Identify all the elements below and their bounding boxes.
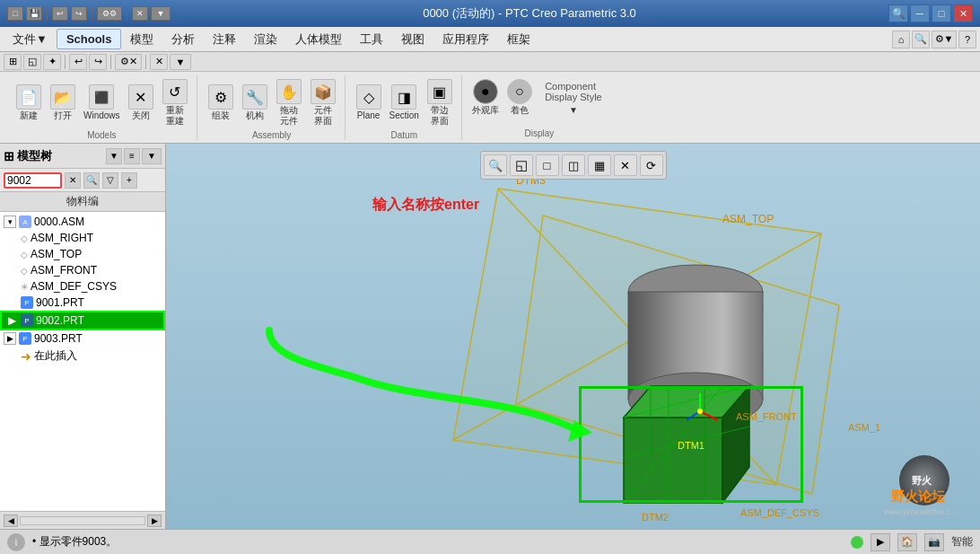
right-toolbar-icon-2[interactable]: 🔍	[912, 31, 930, 48]
menu-analysis[interactable]: 分析	[162, 29, 204, 50]
scroll-track[interactable]	[20, 516, 145, 525]
tree-item-top[interactable]: ◇ ASM_TOP	[0, 246, 165, 262]
tb-shading-button[interactable]: ○ 着色	[503, 77, 536, 118]
toolbar-icon-6[interactable]: ✕	[132, 6, 148, 21]
stb-btn-2[interactable]: ◱	[23, 54, 41, 70]
tb-drag-button[interactable]: ✋ 拖动元件	[273, 77, 305, 128]
status-text: • 显示零件9003。	[32, 534, 117, 550]
tb-close-button[interactable]: ✕ 关闭	[125, 83, 157, 123]
tb-mechanism-button[interactable]: 🔧 机构	[239, 83, 271, 123]
close-label: 关闭	[132, 110, 150, 121]
tree-item-front[interactable]: ◇ ASM_FRONT	[0, 262, 165, 278]
model-tree-header: ⊞ 模型树 ▼ ≡ ▼	[0, 144, 165, 169]
vp-wireframe-button[interactable]: ◫	[562, 154, 585, 176]
tree-item-9001[interactable]: P 9001.PRT	[0, 295, 165, 311]
tree-scroll-bar: ◀ ▶	[0, 511, 165, 529]
insert-label: 在此插入	[34, 348, 77, 364]
tree-content[interactable]: ▾ A 0000.ASM ◇ ASM_RIGHT ◇ ASM_TOP ◇ ASM…	[0, 212, 165, 511]
right-toolbar-icon-3[interactable]: ⚙▼	[932, 31, 957, 48]
model-icon-button[interactable]: 🏠	[897, 533, 917, 551]
tb-assemble-button[interactable]: ⚙ 组装	[205, 83, 237, 123]
prt9002-toggle[interactable]: ▶	[5, 314, 18, 327]
tb-edge-button[interactable]: ▣ 带边界面	[424, 77, 456, 128]
close-button[interactable]: ✕	[953, 4, 973, 22]
svg-point-29	[697, 409, 703, 414]
datum-plane-icon-top: ◇	[21, 250, 28, 259]
scroll-right[interactable]: ▶	[147, 514, 162, 527]
left-panel: ⊞ 模型树 ▼ ≡ ▼ ✕ 🔍 ▽ + 物料编 ▾ A 0000	[0, 144, 166, 529]
stb-btn-1[interactable]: ⊞	[4, 54, 22, 70]
tb-new-button[interactable]: 📄 新建	[13, 83, 45, 123]
menu-manikin[interactable]: 人体模型	[286, 29, 351, 50]
stb-btn-7[interactable]: ✕	[150, 54, 168, 70]
toolbar-icon-1[interactable]: □	[7, 6, 23, 21]
close-icon: ✕	[128, 84, 153, 110]
search-add-button[interactable]: +	[121, 172, 137, 189]
tree-item-asm[interactable]: ▾ A 0000.ASM	[0, 214, 165, 230]
search-icon[interactable]: 🔍	[888, 4, 908, 22]
tb-plane-button[interactable]: ◇ Plane	[353, 83, 385, 123]
toolbar-icon-4[interactable]: ↪	[71, 6, 87, 21]
menu-file[interactable]: 文件▼	[4, 29, 57, 50]
menu-annotation[interactable]: 注释	[204, 29, 245, 50]
tb-rebuild-button[interactable]: ↺ 重新重建	[159, 77, 191, 128]
stb-btn-3[interactable]: ✦	[43, 54, 61, 70]
tree-config-icon[interactable]: ≡	[124, 148, 140, 164]
right-toolbar-icon-4[interactable]: ?	[958, 31, 976, 48]
prt9003-toggle[interactable]: ▶	[4, 332, 16, 345]
search-find-button[interactable]: 🔍	[83, 172, 100, 189]
tb-section-button[interactable]: ◨ Section	[387, 83, 422, 123]
stb-btn-4[interactable]: ↩	[69, 54, 87, 70]
menu-model[interactable]: 模型	[121, 29, 162, 50]
tree-expand-icon[interactable]: ▼	[142, 148, 162, 164]
vp-shading-button[interactable]: □	[536, 154, 559, 176]
viewport[interactable]: DTM3 ASM_TOP A1	[166, 144, 980, 529]
svg-text:DTM1: DTM1	[678, 440, 704, 451]
svg-text:ASM_1: ASM_1	[848, 422, 880, 433]
tree-item-9003[interactable]: ▶ P 9003.PRT	[0, 330, 165, 347]
vp-zoom-button[interactable]: 🔍	[484, 154, 507, 176]
tree-item-insert[interactable]: ➜ 在此插入	[0, 347, 165, 365]
search-input[interactable]	[4, 172, 62, 189]
menu-schools[interactable]: Schools	[57, 29, 122, 49]
tb-windows-button[interactable]: ⬛ Windows	[81, 83, 123, 123]
asm-toggle[interactable]: ▾	[4, 215, 16, 228]
menu-view[interactable]: 视图	[392, 29, 433, 50]
search-filter-button[interactable]: ▽	[102, 172, 118, 189]
menu-render[interactable]: 渲染	[245, 29, 286, 50]
asm-label: 0000.ASM	[34, 215, 84, 228]
tree-settings-icon[interactable]: ▼	[106, 148, 122, 164]
stb-btn-8[interactable]: ▼	[170, 54, 191, 70]
tree-item-csys[interactable]: ✳ ASM_DEF_CSYS	[0, 278, 165, 295]
vp-reset-button[interactable]: ⟳	[640, 154, 663, 176]
menu-apps[interactable]: 应用程序	[433, 29, 498, 50]
tree-item-right[interactable]: ◇ ASM_RIGHT	[0, 230, 165, 246]
toolbar-icon-7[interactable]: ▼	[151, 6, 171, 21]
maximize-button[interactable]: □	[932, 4, 951, 22]
menu-tools[interactable]: 工具	[351, 29, 392, 50]
tb-appearance-button[interactable]: ● 外观库	[469, 77, 502, 118]
toolbar-icon-5[interactable]: ⚙⚙	[97, 6, 122, 21]
stb-btn-6[interactable]: ⚙✕	[115, 54, 142, 70]
right-toolbar-icon-1[interactable]: ⌂	[892, 31, 910, 48]
scroll-left[interactable]: ◀	[4, 514, 18, 527]
vp-fit-button[interactable]: ◱	[510, 154, 533, 176]
minimize-button[interactable]: ─	[910, 4, 930, 22]
toolbar-icon-3[interactable]: ↩	[52, 6, 68, 21]
play-button[interactable]: ▶	[871, 533, 890, 551]
tree-item-9002[interactable]: ▶ P 9002.PRT	[0, 311, 165, 330]
tb-open-button[interactable]: 📂 打开	[47, 83, 79, 123]
toolbar: 📄 新建 📂 打开 ⬛ Windows ✕ 关闭 ↺ 重新重建 Models	[0, 72, 980, 144]
camera-icon-button[interactable]: 📷	[924, 533, 944, 551]
tb-display-style-button[interactable]: ComponentDisplay Style ▼	[538, 77, 609, 118]
menu-framework[interactable]: 框架	[498, 29, 539, 50]
vp-hidden-button[interactable]: ▦	[588, 154, 611, 176]
stb-btn-5[interactable]: ↪	[89, 54, 107, 70]
front-label: ASM_FRONT	[31, 264, 97, 277]
assemble-icon: ⚙	[208, 84, 233, 110]
search-clear-button[interactable]: ✕	[65, 172, 81, 189]
open-label: 打开	[54, 110, 72, 121]
tb-component-button[interactable]: 📦 元件界面	[307, 77, 339, 128]
vp-spin-button[interactable]: ✕	[614, 154, 637, 176]
toolbar-icon-2[interactable]: 💾	[26, 6, 42, 21]
